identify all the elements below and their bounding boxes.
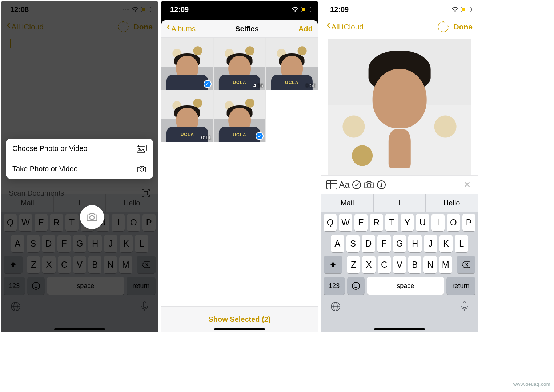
key-m[interactable]: M: [439, 256, 452, 273]
back-label: All iCloud: [331, 23, 364, 31]
shift-key[interactable]: [324, 256, 342, 273]
space-key[interactable]: space: [367, 277, 444, 295]
svg-point-24: [352, 282, 360, 289]
key-x[interactable]: X: [362, 256, 375, 273]
screen-2-photo-picker: 12:09 Albums Selfies Add ✓ UCLA 4:56: [161, 1, 318, 332]
scan-documents-button[interactable]: Scan Documents: [9, 188, 150, 198]
status-bar: 12:09: [321, 1, 478, 17]
sheet-header: Albums Selfies Add: [161, 20, 318, 38]
key-d[interactable]: D: [362, 235, 375, 252]
key-o[interactable]: O: [447, 214, 460, 231]
key-e[interactable]: E: [354, 214, 368, 231]
duration-label: 0:56: [306, 83, 316, 88]
duration-label: 0:11: [201, 135, 211, 140]
back-button[interactable]: All iCloud: [326, 23, 364, 31]
text-format-icon[interactable]: Aa: [338, 179, 350, 191]
mic-icon[interactable]: [460, 301, 469, 312]
keyboard-suggestions: Mail I Hello: [321, 194, 478, 212]
scan-icon: [141, 188, 150, 198]
home-indicator[interactable]: [374, 328, 425, 330]
checklist-icon[interactable]: [350, 179, 363, 191]
key-l[interactable]: L: [455, 235, 468, 252]
chevron-left-icon: [326, 23, 330, 31]
status-time: 12:09: [330, 5, 349, 14]
photo-thumb[interactable]: UCLA 4:56: [214, 38, 266, 90]
more-icon[interactable]: [438, 21, 449, 32]
photos-icon: [137, 145, 147, 153]
duration-label: 4:56: [253, 83, 263, 88]
battery-icon: [301, 7, 311, 12]
empty-cell: [266, 90, 318, 142]
photo-thumb[interactable]: ✓: [161, 38, 213, 90]
numbers-key[interactable]: 123: [324, 277, 345, 295]
return-key[interactable]: return: [446, 277, 475, 295]
key-f[interactable]: F: [377, 235, 391, 252]
choose-photo-button[interactable]: Choose Photo or Video: [6, 139, 153, 159]
key-q[interactable]: Q: [324, 214, 337, 231]
add-button[interactable]: Add: [298, 25, 313, 33]
key-z[interactable]: Z: [347, 256, 360, 273]
show-selected-label: Show Selected (2): [208, 315, 270, 324]
key-g[interactable]: G: [393, 235, 406, 252]
key-v[interactable]: V: [393, 256, 406, 273]
svg-point-26: [356, 285, 357, 286]
backspace-key[interactable]: [457, 256, 475, 273]
photo-grid: ✓ UCLA 4:56 UCLA 0:56 UCLA 0:11 UCLA ✓: [161, 38, 318, 142]
key-a[interactable]: A: [331, 235, 344, 252]
key-b[interactable]: B: [408, 256, 421, 273]
suggestion-3[interactable]: Hello: [426, 194, 478, 212]
svg-rect-18: [327, 180, 337, 189]
status-time: 12:09: [170, 5, 189, 14]
key-t[interactable]: T: [385, 214, 398, 231]
inserted-photo[interactable]: [328, 39, 471, 185]
sheet-title: Selfies: [235, 25, 258, 33]
svg-point-14: [138, 148, 140, 149]
wifi-icon: [292, 7, 299, 12]
photo-picker-sheet: Albums Selfies Add ✓ UCLA 4:56 UCLA 0:56…: [161, 20, 318, 332]
key-j[interactable]: J: [424, 235, 437, 252]
notes-toolbar: Aa ✕: [321, 175, 478, 194]
albums-back-button[interactable]: Albums: [166, 25, 196, 33]
insert-menu-popup: Choose Photo or Video Take Photo or Vide…: [6, 139, 153, 179]
key-n[interactable]: N: [423, 256, 437, 273]
emoji-key[interactable]: [347, 277, 365, 295]
suggestion-2[interactable]: I: [374, 194, 426, 212]
suggestion-1[interactable]: Mail: [321, 194, 374, 212]
keyboard: QWERTYUIOP ASDFGHJKL ZXCVBNM 123 space r…: [321, 212, 478, 332]
key-r[interactable]: R: [370, 214, 383, 231]
key-u[interactable]: U: [416, 214, 429, 231]
photo-thumb[interactable]: UCLA 0:11: [161, 90, 213, 142]
close-icon[interactable]: ✕: [461, 179, 473, 191]
svg-rect-16: [144, 191, 148, 195]
camera-highlight: [80, 205, 104, 229]
camera-icon[interactable]: [86, 212, 98, 222]
photo-thumb[interactable]: UCLA 0:56: [266, 38, 318, 90]
done-button[interactable]: Done: [454, 23, 473, 31]
markup-icon[interactable]: [375, 179, 388, 191]
home-indicator[interactable]: [214, 328, 265, 330]
camera-icon[interactable]: [363, 179, 375, 191]
take-photo-button[interactable]: Take Photo or Video: [6, 159, 153, 179]
key-p[interactable]: P: [462, 214, 475, 231]
photo-thumb[interactable]: UCLA ✓: [214, 90, 266, 142]
albums-label: Albums: [171, 25, 196, 33]
key-h[interactable]: H: [408, 235, 422, 252]
status-bar: 12:09: [161, 1, 318, 17]
screen-3-notes-with-photo: 12:09 All iCloud Done Aa: [321, 1, 478, 332]
battery-icon: [461, 7, 471, 12]
screen-1-notes-insert-menu: 12:08 All iCloud Done Aa: [1, 1, 158, 332]
watermark: www.deuaq.com: [513, 381, 550, 387]
camera-icon: [137, 165, 147, 173]
key-i[interactable]: I: [431, 214, 445, 231]
key-s[interactable]: S: [346, 235, 360, 252]
table-icon[interactable]: [326, 179, 338, 191]
svg-point-22: [367, 183, 371, 187]
globe-icon[interactable]: [330, 301, 341, 312]
key-y[interactable]: Y: [401, 214, 414, 231]
selected-checkmark-icon: ✓: [204, 80, 212, 88]
key-c[interactable]: C: [378, 256, 391, 273]
key-k[interactable]: K: [439, 235, 453, 252]
key-w[interactable]: W: [339, 214, 352, 231]
svg-point-15: [140, 168, 144, 171]
take-photo-label: Take Photo or Video: [12, 165, 78, 173]
